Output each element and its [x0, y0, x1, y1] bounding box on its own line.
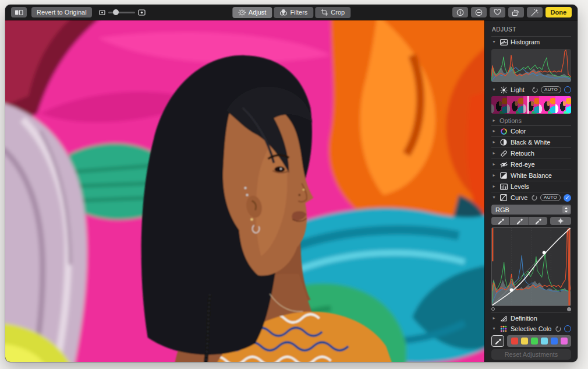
chevron-right-icon[interactable]: ▸ — [491, 129, 497, 133]
circle-minus-icon — [475, 9, 483, 16]
select-stepper-icon — [562, 206, 570, 213]
tab-adjust-label: Adjust — [249, 9, 267, 16]
swatch-blue[interactable] — [551, 338, 558, 345]
reset-arrow-icon[interactable] — [531, 87, 538, 93]
reset-arrow-icon[interactable] — [554, 326, 561, 332]
tab-crop[interactable]: Crop — [315, 7, 350, 18]
rotate-button[interactable] — [508, 7, 524, 17]
light-thumb[interactable] — [555, 96, 571, 114]
curves-auto-button[interactable]: AUTO — [540, 194, 561, 202]
light-auto-button[interactable]: AUTO — [541, 86, 561, 94]
rotate-icon — [512, 9, 520, 16]
light-thumb[interactable] — [523, 96, 539, 114]
add-point-button[interactable] — [550, 217, 571, 225]
before-after-icon — [15, 9, 23, 16]
curves-range-handles — [491, 306, 571, 312]
done-button[interactable]: Done — [546, 7, 572, 17]
sidebar-row-color[interactable]: ▸ Color — [491, 126, 571, 136]
reset-arrow-icon[interactable] — [530, 195, 537, 201]
tab-filters[interactable]: Filters — [274, 7, 313, 18]
curves-channel-select[interactable]: RGB — [491, 205, 571, 215]
curve-point-2[interactable] — [543, 251, 546, 254]
reset-adjustments-label: Reset Adjustments — [505, 351, 558, 358]
black-point-handle[interactable] — [491, 307, 495, 311]
sidebar-row-red-eye[interactable]: ▸ Red-eye — [491, 159, 571, 170]
favorite-button[interactable] — [490, 7, 505, 17]
chevron-down-icon[interactable]: ▾ — [491, 40, 497, 44]
chevron-right-icon[interactable]: ▸ — [491, 151, 497, 156]
black-white-icon — [500, 139, 508, 146]
light-thumb[interactable] — [539, 96, 555, 114]
curves-icon — [500, 194, 508, 202]
selective-color-swatches — [507, 335, 571, 347]
eyedropper-icon — [516, 217, 523, 224]
zoom-slider[interactable] — [108, 12, 135, 13]
swatch-magenta[interactable] — [561, 338, 568, 345]
light-enabled-checkbox[interactable] — [564, 86, 571, 93]
tab-adjust[interactable]: Adjust — [232, 7, 272, 18]
white-point-handle[interactable] — [567, 307, 571, 311]
selective-color-tools — [491, 335, 571, 347]
sidebar-row-retouch[interactable]: ▸ Retouch — [491, 148, 571, 159]
adjust-dial-icon — [238, 9, 246, 16]
gray-point-eyedropper-button[interactable] — [510, 217, 528, 225]
chevron-right-icon[interactable]: ▸ — [491, 162, 497, 167]
light-thumb[interactable] — [491, 96, 507, 114]
row-label: Options — [500, 117, 571, 124]
sidebar-row-curves[interactable]: ▾ Curves AUTO ✓ — [491, 192, 571, 203]
row-label: White Balance — [511, 172, 571, 179]
chevron-right-icon[interactable]: ▸ — [491, 118, 497, 123]
light-intensity-strip[interactable] — [491, 96, 571, 114]
swatch-yellow[interactable] — [521, 338, 528, 345]
curve-point-1[interactable] — [510, 288, 513, 291]
sidebar-row-light[interactable]: ▾ Light — [491, 85, 571, 95]
red-eye-icon — [500, 161, 508, 168]
zoom-slider-knob[interactable] — [113, 9, 119, 15]
auto-enhance-button[interactable] — [527, 7, 543, 17]
row-label: Curves — [511, 194, 527, 201]
revert-to-original-button[interactable]: Revert to Original — [31, 7, 92, 17]
reset-adjustments-button[interactable]: Reset Adjustments — [491, 349, 571, 360]
sidebar-row-histogram[interactable]: ▾ Histogram — [491, 37, 571, 47]
chevron-right-icon[interactable]: ▸ — [491, 173, 497, 178]
chevron-down-icon[interactable]: ▾ — [491, 326, 497, 331]
black-point-eyedropper-button[interactable] — [491, 217, 509, 225]
compare-before-after-button[interactable] — [11, 7, 27, 17]
row-label: Red-eye — [511, 161, 571, 168]
row-label: Histogram — [511, 38, 571, 45]
sidebar-row-selective-color[interactable]: ▾ Selective Color — [491, 324, 571, 334]
curves-chart[interactable] — [491, 227, 571, 306]
selective-color-eyedropper-button[interactable] — [491, 335, 504, 347]
sidebar-row-definition[interactable]: ▸ Definition — [491, 313, 571, 324]
sidebar-row-levels[interactable]: ▸ Levels — [491, 181, 571, 192]
swatch-cyan[interactable] — [541, 338, 548, 345]
sparkle-point-icon — [557, 217, 564, 224]
chevron-right-icon[interactable]: ▸ — [491, 140, 497, 145]
chevron-down-icon[interactable]: ▾ — [491, 87, 497, 92]
photo-canvas — [5, 20, 484, 362]
heart-icon — [494, 9, 501, 16]
chevron-down-icon[interactable]: ▾ — [491, 195, 497, 200]
chevron-right-icon[interactable]: ▸ — [491, 316, 497, 321]
levels-icon — [500, 183, 508, 191]
color-wheel-icon — [500, 128, 508, 135]
swatch-green[interactable] — [531, 338, 538, 345]
sidebar-row-white-balance[interactable]: ▸ White Balance — [491, 170, 571, 181]
toolbar: Revert to Original — [5, 5, 578, 20]
info-button[interactable] — [452, 7, 468, 17]
zoom-out-thumbnail-icon — [99, 10, 105, 15]
sidebar-row-options[interactable]: ▸ Options — [491, 115, 571, 125]
white-point-eyedropper-button[interactable] — [529, 217, 547, 225]
filters-icon — [279, 9, 287, 16]
sidebar-row-black-white[interactable]: ▸ Black & White — [491, 137, 571, 147]
done-label: Done — [551, 9, 567, 16]
hide-photo-button[interactable] — [471, 7, 487, 17]
curves-channel-value: RGB — [495, 206, 509, 213]
chevron-right-icon[interactable]: ▸ — [491, 184, 497, 189]
light-value-indicator[interactable] — [527, 96, 529, 114]
histogram-luminance — [491, 64, 571, 82]
swatch-red[interactable] — [511, 338, 518, 345]
selective-color-enabled-checkbox[interactable] — [564, 325, 571, 332]
curves-enabled-checkbox[interactable]: ✓ — [564, 194, 571, 202]
light-thumb[interactable] — [507, 96, 523, 114]
